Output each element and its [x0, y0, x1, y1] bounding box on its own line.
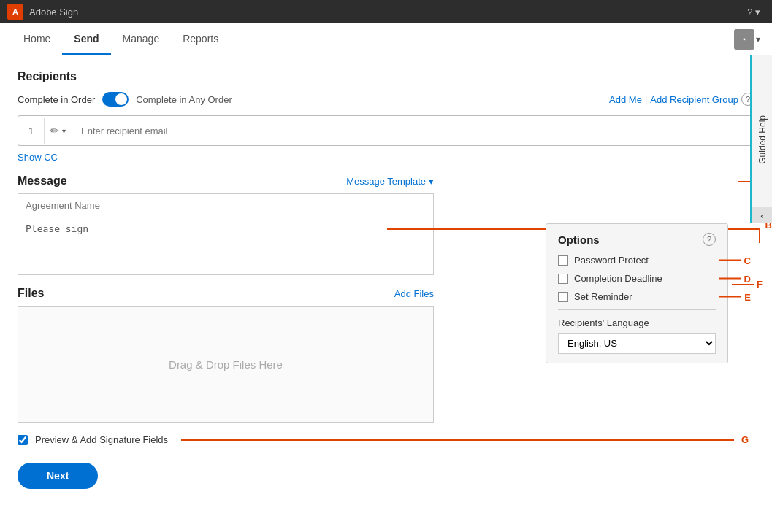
recipient-number: 1	[18, 118, 45, 144]
main-content: Recipients Complete in Order Complete in…	[0, 55, 772, 532]
set-reminder-checkbox[interactable]	[558, 292, 568, 302]
drop-zone[interactable]: Drag & Drop Files Here	[18, 306, 434, 423]
user-avatar[interactable]: ▪	[734, 29, 754, 50]
completion-deadline-label: Completion Deadline	[574, 273, 662, 284]
message-title: Message	[18, 174, 67, 188]
type-chevron-icon: ▾	[62, 127, 66, 135]
language-select[interactable]: English: US English: UK French German Sp…	[558, 333, 716, 354]
annotation-c: C	[744, 255, 751, 266]
user-chevron[interactable]: ▾	[756, 34, 760, 45]
recipient-email-input[interactable]	[72, 118, 754, 144]
tab-send[interactable]: Send	[62, 23, 110, 55]
message-header: Message Message Template ▾	[18, 174, 434, 188]
next-button-container: Next	[18, 452, 754, 489]
guided-help-label: Guided Help	[757, 115, 768, 164]
password-protect-checkbox[interactable]	[558, 255, 568, 266]
recipient-type-selector[interactable]: ✏ ▾	[45, 116, 72, 145]
complete-in-order-row: Complete in Order Complete in Any Order …	[18, 92, 754, 107]
tab-home[interactable]: Home	[12, 23, 62, 55]
set-reminder-label: Set Reminder	[574, 291, 632, 302]
options-help-icon[interactable]: ?	[703, 233, 716, 246]
title-bar-right: ? ▾	[743, 5, 765, 19]
files-header: Files Add Files	[18, 287, 434, 300]
title-bar: A Adobe Sign ? ▾	[0, 0, 772, 23]
complete-in-any-order-label: Complete in Any Order	[136, 94, 232, 105]
add-files-button[interactable]: Add Files	[394, 288, 434, 299]
options-panel: Options ? Password Protect C Completion …	[546, 223, 728, 363]
annotation-f-line	[732, 284, 754, 285]
guided-help-collapse[interactable]: ‹	[752, 207, 772, 223]
add-links: Add Me | Add Recipient Group ?	[609, 93, 754, 106]
nav-right: ▪ ▾	[734, 23, 760, 55]
pen-icon: ✏	[50, 125, 59, 136]
recipients-section: Recipients Complete in Order Complete in…	[18, 70, 754, 163]
agreement-name-input[interactable]	[18, 193, 434, 217]
tab-reports[interactable]: Reports	[171, 23, 230, 55]
add-recipient-group-button[interactable]: Add Recipient Group	[650, 94, 738, 105]
options-header: Options ?	[558, 233, 716, 246]
completion-deadline-row: Completion Deadline D	[558, 273, 716, 284]
recipient-row: 1 ✏ ▾ A	[18, 115, 754, 146]
show-cc-button[interactable]: Show CC	[18, 152, 58, 163]
options-divider	[558, 309, 716, 310]
guided-help-collapse-icon: ‹	[760, 210, 763, 221]
recipients-language-label: Recipients' Language	[558, 317, 716, 328]
annotation-b-line-v	[759, 228, 760, 243]
tab-manage[interactable]: Manage	[111, 23, 172, 55]
next-button[interactable]: Next	[18, 463, 98, 489]
annotation-e: E	[744, 291, 751, 302]
completion-deadline-checkbox[interactable]	[558, 274, 568, 284]
adobe-logo: A	[7, 4, 23, 20]
preview-label: Preview & Add Signature Fields	[35, 434, 168, 445]
files-title: Files	[18, 287, 44, 300]
password-protect-row: Password Protect C	[558, 255, 716, 266]
annotation-g: G	[741, 434, 749, 445]
bottom-section: Preview & Add Signature Fields G	[18, 434, 754, 445]
annotation-f: F	[757, 279, 763, 290]
nav-tabs: Home Send Manage Reports	[12, 23, 230, 55]
help-button[interactable]: ? ▾	[743, 5, 765, 19]
annotation-e-line	[719, 296, 741, 298]
password-protect-label: Password Protect	[574, 255, 649, 266]
options-title: Options	[558, 234, 600, 246]
message-template-button[interactable]: Message Template ▾	[346, 176, 434, 187]
complete-in-order-label: Complete in Order	[18, 94, 95, 105]
annotation-g-line	[181, 439, 734, 441]
complete-in-order-toggle[interactable]	[102, 92, 129, 107]
add-me-button[interactable]: Add Me	[609, 94, 642, 105]
set-reminder-row: Set Reminder E	[558, 291, 716, 302]
recipients-title: Recipients	[18, 70, 754, 83]
preview-checkbox[interactable]	[18, 435, 28, 445]
annotation-c-line	[719, 260, 741, 261]
guided-help-panel: Guided Help ‹	[750, 55, 772, 223]
message-textarea[interactable]: Please sign	[18, 217, 434, 275]
nav-bar: Home Send Manage Reports ▪ ▾	[0, 23, 772, 55]
title-bar-left: A Adobe Sign	[7, 4, 78, 20]
template-chevron-icon: ▾	[429, 176, 434, 187]
app-title: Adobe Sign	[29, 7, 78, 18]
